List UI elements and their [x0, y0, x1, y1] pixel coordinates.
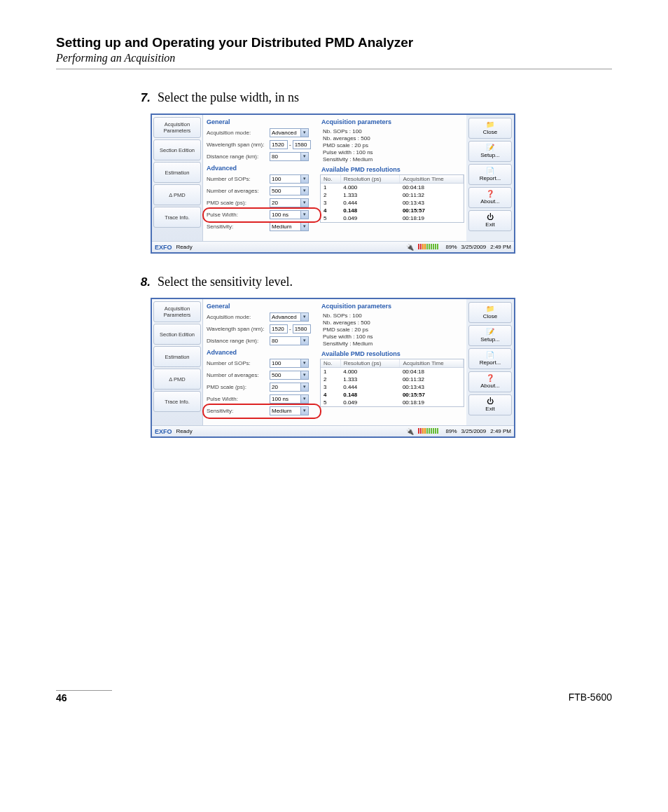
- sidebar-item[interactable]: Section Edition: [153, 139, 201, 160]
- battery-meter: [418, 244, 442, 250]
- acq-param-line: Nb. averages : 500: [323, 135, 461, 142]
- sidebar-item[interactable]: Section Edition: [153, 324, 201, 345]
- action-button-report...[interactable]: 📄Report...: [468, 348, 512, 369]
- acq-params-block: Nb. SOPs : 100Nb. averages : 500PMD scal…: [320, 127, 464, 165]
- status-bar: EXFO Ready 🔌 89% 3/25/2009 2:49 PM: [152, 241, 514, 252]
- acq-param-line: Nb. averages : 500: [323, 319, 461, 326]
- wavelength-to-input[interactable]: [293, 324, 311, 333]
- app-window: Acquisition ParametersSection EditionEst…: [151, 298, 515, 438]
- button-icon: ⏻: [487, 398, 494, 405]
- step-text: Select the sensitivity level.: [158, 275, 293, 289]
- action-button-close[interactable]: 📁Close: [468, 302, 512, 323]
- avg-select[interactable]: 500▾: [270, 186, 309, 195]
- acq-param-line: Pulse width : 100 ns: [323, 149, 461, 156]
- sops-label: Number of SOPs:: [207, 176, 270, 182]
- battery-pct: 89%: [446, 244, 457, 250]
- button-label: About...: [480, 383, 500, 389]
- sensitivity-select[interactable]: Medium▾: [270, 222, 309, 231]
- button-icon: ⏻: [487, 214, 494, 221]
- sops-select[interactable]: 100▾: [270, 174, 309, 184]
- acq-param-line: Pulse width : 100 ns: [323, 333, 461, 340]
- table-row[interactable]: 40.14800:15:57: [321, 391, 464, 399]
- advanced-title: Advanced: [207, 349, 317, 356]
- action-button-about...[interactable]: ❓About...: [468, 371, 512, 392]
- action-button-exit[interactable]: ⏻Exit: [468, 394, 512, 415]
- distance-label: Distance range (km):: [207, 338, 270, 344]
- status-time: 2:49 PM: [490, 428, 511, 434]
- sensitivity-label: Sensitivity:: [207, 223, 270, 230]
- sidebar: Acquisition ParametersSection EditionEst…: [152, 299, 203, 425]
- action-button-about...[interactable]: ❓About...: [468, 187, 512, 208]
- status-date: 3/25/2009: [461, 428, 487, 434]
- sidebar-item[interactable]: Δ PMD: [153, 369, 201, 390]
- chevron-down-icon: ▾: [300, 187, 308, 195]
- acq-params-title: Acquisition parameters: [321, 303, 464, 310]
- sidebar-item[interactable]: Acquisition Parameters: [153, 301, 201, 322]
- acq-param-line: Sensitivity : Medium: [323, 340, 461, 347]
- resolutions-table: No.Resolution (ps)Acquisition Time14.000…: [320, 359, 464, 407]
- button-label: Report...: [480, 175, 501, 181]
- table-header: Resolution (ps): [340, 359, 400, 368]
- acq-param-line: Sensitivity : Medium: [323, 156, 461, 163]
- pulsewidth-label: Pulse Width:: [207, 396, 270, 402]
- general-title: General: [207, 303, 317, 310]
- pmdscale-select[interactable]: 20▾: [270, 198, 309, 207]
- table-row[interactable]: 21.33300:11:32: [321, 376, 464, 383]
- pulsewidth-select[interactable]: 100 ns▾: [270, 394, 309, 404]
- pmdscale-select[interactable]: 20▾: [270, 383, 309, 392]
- button-icon: 📁: [486, 121, 494, 128]
- sops-select[interactable]: 100▾: [270, 359, 309, 368]
- table-row[interactable]: 14.00000:04:18: [321, 368, 464, 376]
- action-button-setup...[interactable]: 📝Setup...: [468, 325, 512, 346]
- avg-select[interactable]: 500▾: [270, 371, 309, 380]
- distance-select[interactable]: 80▾: [270, 152, 309, 161]
- table-row[interactable]: 30.44400:13:43: [321, 383, 464, 391]
- sidebar-item[interactable]: Δ PMD: [153, 184, 201, 205]
- table-header: Acquisition Time: [400, 175, 464, 184]
- distance-select[interactable]: 80▾: [270, 336, 309, 345]
- action-button-setup...[interactable]: 📝Setup...: [468, 141, 512, 162]
- status-bar: EXFO Ready 🔌 89% 3/25/2009 2:49 PM: [152, 425, 514, 436]
- table-row[interactable]: 50.04900:18:19: [321, 399, 464, 406]
- action-button-report...[interactable]: 📄Report...: [468, 164, 512, 185]
- table-row[interactable]: 50.04900:18:19: [321, 214, 464, 222]
- distance-label: Distance range (km):: [207, 153, 270, 160]
- button-label: Close: [483, 313, 497, 319]
- wavelength-to-input[interactable]: [293, 140, 311, 149]
- button-label: About...: [480, 198, 500, 205]
- wavelength-from-input[interactable]: [270, 140, 288, 149]
- sidebar-item[interactable]: Estimation: [153, 346, 201, 367]
- action-panel: 📁Close📝Setup...📄Report...❓About...⏻Exit: [466, 115, 514, 241]
- button-icon: 📝: [486, 144, 494, 151]
- acq-mode-select[interactable]: Advanced▾: [270, 128, 309, 137]
- action-button-exit[interactable]: ⏻Exit: [468, 210, 512, 231]
- sensitivity-select[interactable]: Medium▾: [270, 406, 309, 415]
- acq-params-block: Nb. SOPs : 100Nb. averages : 500PMD scal…: [320, 311, 464, 349]
- page-number: 46: [56, 692, 67, 703]
- button-label: Setup...: [480, 336, 500, 343]
- chevron-down-icon: ▾: [300, 383, 308, 391]
- action-button-close[interactable]: 📁Close: [468, 118, 512, 139]
- sidebar-item[interactable]: Trace Info.: [153, 207, 201, 228]
- avg-label: Number of averages:: [207, 188, 270, 194]
- table-row[interactable]: 40.14800:15:57: [321, 207, 464, 214]
- step-text: Select the pulse width, in ns: [158, 90, 299, 105]
- action-panel: 📁Close📝Setup...📄Report...❓About...⏻Exit: [466, 299, 514, 425]
- pmdscale-label: PMD scale (ps):: [207, 200, 270, 206]
- pmdscale-label: PMD scale (ps):: [207, 384, 270, 390]
- sidebar-item[interactable]: Estimation: [153, 162, 201, 183]
- table-row[interactable]: 14.00000:04:18: [321, 184, 464, 192]
- sidebar-item[interactable]: Trace Info.: [153, 391, 201, 412]
- sidebar-item[interactable]: Acquisition Parameters: [153, 117, 201, 138]
- wavelength-from-input[interactable]: [270, 324, 288, 333]
- table-row[interactable]: 21.33300:11:32: [321, 191, 464, 199]
- pulsewidth-select[interactable]: 100 ns▾: [270, 210, 309, 219]
- chevron-down-icon: ▾: [300, 395, 308, 403]
- page-title: Setting up and Operating your Distribute…: [56, 35, 612, 50]
- button-label: Report...: [480, 359, 501, 366]
- table-header: No.: [321, 359, 340, 368]
- acq-param-line: PMD scale : 20 ps: [323, 326, 461, 333]
- table-row[interactable]: 30.44400:13:43: [321, 199, 464, 207]
- footer-rule: [56, 690, 112, 691]
- acq-mode-select[interactable]: Advanced▾: [270, 312, 309, 322]
